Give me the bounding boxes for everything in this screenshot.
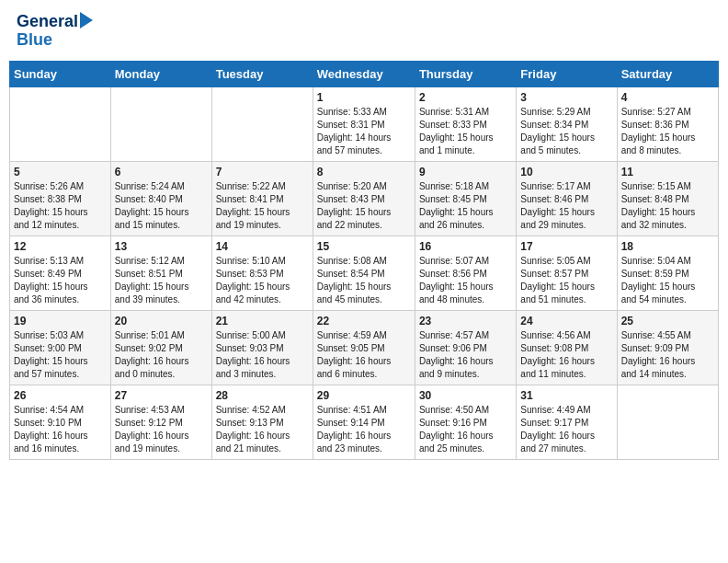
- calendar-cell: 13Sunrise: 5:12 AMSunset: 8:51 PMDayligh…: [110, 236, 211, 310]
- day-number: 13: [115, 240, 208, 253]
- calendar-header-saturday: Saturday: [617, 61, 718, 86]
- day-info: Sunrise: 4:54 AMSunset: 9:10 PMDaylight:…: [14, 404, 107, 455]
- calendar-cell: 17Sunrise: 5:05 AMSunset: 8:57 PMDayligh…: [517, 236, 617, 310]
- day-info: Sunrise: 4:56 AMSunset: 9:08 PMDaylight:…: [520, 329, 612, 381]
- logo-arrow-icon: [80, 12, 93, 29]
- day-number: 1: [317, 91, 411, 104]
- calendar-cell: 19Sunrise: 5:03 AMSunset: 9:00 PMDayligh…: [10, 310, 111, 385]
- day-number: 14: [216, 240, 309, 253]
- day-info: Sunrise: 5:31 AMSunset: 8:33 PMDaylight:…: [419, 106, 512, 157]
- day-info: Sunrise: 5:26 AMSunset: 8:38 PMDaylight:…: [14, 180, 107, 232]
- day-info: Sunrise: 5:01 AMSunset: 9:02 PMDaylight:…: [115, 329, 208, 381]
- calendar-cell: 15Sunrise: 5:08 AMSunset: 8:54 PMDayligh…: [313, 236, 415, 310]
- day-number: 8: [317, 166, 411, 178]
- day-info: Sunrise: 5:05 AMSunset: 8:57 PMDaylight:…: [520, 255, 612, 306]
- calendar-cell: 22Sunrise: 4:59 AMSunset: 9:05 PMDayligh…: [313, 310, 415, 385]
- calendar-header-monday: Monday: [110, 61, 211, 86]
- calendar-cell: 14Sunrise: 5:10 AMSunset: 8:53 PMDayligh…: [211, 236, 313, 310]
- day-number: 5: [14, 166, 107, 178]
- calendar-cell: 25Sunrise: 4:55 AMSunset: 9:09 PMDayligh…: [617, 310, 718, 385]
- day-info: Sunrise: 4:52 AMSunset: 9:13 PMDaylight:…: [216, 404, 309, 455]
- day-info: Sunrise: 5:00 AMSunset: 9:03 PMDaylight:…: [216, 329, 309, 381]
- calendar-cell: 18Sunrise: 5:04 AMSunset: 8:59 PMDayligh…: [617, 236, 718, 310]
- day-info: Sunrise: 5:08 AMSunset: 8:54 PMDaylight:…: [317, 255, 411, 306]
- calendar-header-sunday: Sunday: [10, 61, 111, 86]
- calendar-week-row: 26Sunrise: 4:54 AMSunset: 9:10 PMDayligh…: [10, 385, 719, 459]
- day-info: Sunrise: 5:18 AMSunset: 8:45 PMDaylight:…: [419, 180, 512, 232]
- day-number: 25: [621, 315, 714, 327]
- calendar-cell: 10Sunrise: 5:17 AMSunset: 8:46 PMDayligh…: [517, 161, 617, 236]
- day-info: Sunrise: 5:29 AMSunset: 8:34 PMDaylight:…: [520, 106, 612, 157]
- calendar-week-row: 12Sunrise: 5:13 AMSunset: 8:49 PMDayligh…: [10, 236, 719, 310]
- day-info: Sunrise: 4:55 AMSunset: 9:09 PMDaylight:…: [621, 329, 714, 381]
- calendar-header-tuesday: Tuesday: [211, 61, 313, 86]
- day-info: Sunrise: 5:07 AMSunset: 8:56 PMDaylight:…: [419, 255, 512, 306]
- day-info: Sunrise: 4:53 AMSunset: 9:12 PMDaylight:…: [115, 404, 208, 455]
- day-info: Sunrise: 5:17 AMSunset: 8:46 PMDaylight:…: [520, 180, 612, 232]
- calendar-cell: 29Sunrise: 4:51 AMSunset: 9:14 PMDayligh…: [313, 385, 415, 459]
- day-info: Sunrise: 5:24 AMSunset: 8:40 PMDaylight:…: [115, 180, 208, 232]
- calendar-week-row: 5Sunrise: 5:26 AMSunset: 8:38 PMDaylight…: [10, 161, 719, 236]
- calendar-table: SundayMondayTuesdayWednesdayThursdayFrid…: [9, 61, 719, 460]
- day-info: Sunrise: 5:10 AMSunset: 8:53 PMDaylight:…: [216, 255, 309, 306]
- calendar-cell: [617, 385, 718, 459]
- day-number: 4: [621, 91, 714, 104]
- day-number: 30: [419, 389, 512, 402]
- day-info: Sunrise: 4:51 AMSunset: 9:14 PMDaylight:…: [317, 404, 411, 455]
- calendar-cell: [110, 86, 211, 161]
- calendar-cell: 2Sunrise: 5:31 AMSunset: 8:33 PMDaylight…: [415, 86, 516, 161]
- calendar-cell: 31Sunrise: 4:49 AMSunset: 9:17 PMDayligh…: [517, 385, 617, 459]
- calendar-cell: 27Sunrise: 4:53 AMSunset: 9:12 PMDayligh…: [110, 385, 211, 459]
- day-number: 29: [317, 389, 411, 402]
- day-number: 18: [621, 240, 714, 253]
- day-number: 15: [317, 240, 411, 253]
- calendar-cell: 11Sunrise: 5:15 AMSunset: 8:48 PMDayligh…: [617, 161, 718, 236]
- day-number: 12: [14, 240, 107, 253]
- day-info: Sunrise: 5:04 AMSunset: 8:59 PMDaylight:…: [621, 255, 714, 306]
- day-info: Sunrise: 5:27 AMSunset: 8:36 PMDaylight:…: [621, 106, 714, 157]
- day-info: Sunrise: 4:59 AMSunset: 9:05 PMDaylight:…: [317, 329, 411, 381]
- calendar-cell: 9Sunrise: 5:18 AMSunset: 8:45 PMDaylight…: [415, 161, 516, 236]
- calendar-cell: 6Sunrise: 5:24 AMSunset: 8:40 PMDaylight…: [110, 161, 211, 236]
- day-number: 11: [621, 166, 714, 178]
- day-number: 9: [419, 166, 512, 178]
- day-number: 27: [115, 389, 208, 402]
- calendar-header-friday: Friday: [517, 61, 617, 86]
- day-number: 31: [520, 389, 612, 402]
- calendar-cell: 1Sunrise: 5:33 AMSunset: 8:31 PMDaylight…: [313, 86, 415, 161]
- day-number: 24: [520, 315, 612, 327]
- day-number: 16: [419, 240, 512, 253]
- day-number: 23: [419, 315, 512, 327]
- day-info: Sunrise: 5:13 AMSunset: 8:49 PMDaylight:…: [14, 255, 107, 306]
- calendar-cell: 3Sunrise: 5:29 AMSunset: 8:34 PMDaylight…: [517, 86, 617, 161]
- calendar-header-thursday: Thursday: [415, 61, 516, 86]
- calendar-cell: 5Sunrise: 5:26 AMSunset: 8:38 PMDaylight…: [10, 161, 111, 236]
- logo: General Blue: [17, 13, 93, 50]
- day-number: 26: [14, 389, 107, 402]
- day-info: Sunrise: 5:33 AMSunset: 8:31 PMDaylight:…: [317, 106, 411, 157]
- day-info: Sunrise: 5:12 AMSunset: 8:51 PMDaylight:…: [115, 255, 208, 306]
- day-info: Sunrise: 5:03 AMSunset: 9:00 PMDaylight:…: [14, 329, 107, 381]
- calendar-cell: 30Sunrise: 4:50 AMSunset: 9:16 PMDayligh…: [415, 385, 516, 459]
- day-number: 22: [317, 315, 411, 327]
- day-number: 21: [216, 315, 309, 327]
- calendar-cell: [211, 86, 313, 161]
- calendar-header-row: SundayMondayTuesdayWednesdayThursdayFrid…: [10, 61, 719, 86]
- logo-text-blue: Blue: [17, 31, 93, 50]
- calendar-cell: 21Sunrise: 5:00 AMSunset: 9:03 PMDayligh…: [211, 310, 313, 385]
- logo-text: General: [17, 13, 78, 31]
- calendar-cell: 12Sunrise: 5:13 AMSunset: 8:49 PMDayligh…: [10, 236, 111, 310]
- calendar-cell: 24Sunrise: 4:56 AMSunset: 9:08 PMDayligh…: [517, 310, 617, 385]
- calendar-cell: 8Sunrise: 5:20 AMSunset: 8:43 PMDaylight…: [313, 161, 415, 236]
- day-info: Sunrise: 5:15 AMSunset: 8:48 PMDaylight:…: [621, 180, 714, 232]
- day-number: 17: [520, 240, 612, 253]
- calendar-cell: 7Sunrise: 5:22 AMSunset: 8:41 PMDaylight…: [211, 161, 313, 236]
- calendar-cell: 23Sunrise: 4:57 AMSunset: 9:06 PMDayligh…: [415, 310, 516, 385]
- calendar-week-row: 19Sunrise: 5:03 AMSunset: 9:00 PMDayligh…: [10, 310, 719, 385]
- day-number: 3: [520, 91, 612, 104]
- calendar-cell: 28Sunrise: 4:52 AMSunset: 9:13 PMDayligh…: [211, 385, 313, 459]
- day-info: Sunrise: 4:49 AMSunset: 9:17 PMDaylight:…: [520, 404, 612, 455]
- calendar-cell: 16Sunrise: 5:07 AMSunset: 8:56 PMDayligh…: [415, 236, 516, 310]
- day-number: 20: [115, 315, 208, 327]
- day-number: 6: [115, 166, 208, 178]
